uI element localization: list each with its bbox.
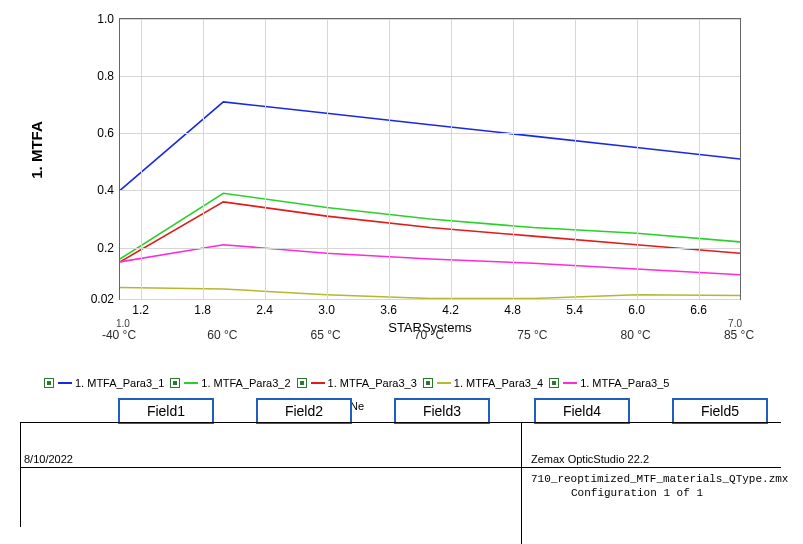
grid-line-v	[575, 19, 576, 299]
legend-marker-icon	[423, 378, 433, 388]
series-line-1	[120, 102, 740, 191]
legend-label: 1. MTFA_Para3_3	[328, 377, 417, 389]
footer-date: 8/10/2022	[24, 453, 73, 465]
grid-line-v	[451, 19, 452, 299]
y-tick-label: 0.2	[70, 241, 114, 255]
temperature-axis-row: -40 °C60 °C65 °C70 °C75 °C80 °C85 °C	[119, 328, 739, 346]
legend-line-icon	[437, 382, 451, 384]
x-tick-label: 3.6	[380, 303, 397, 317]
page: { "chart_data": { "type": "line", "title…	[0, 0, 803, 544]
field-box-5: Field5	[672, 398, 768, 424]
grid-line-h	[120, 133, 740, 134]
ne-label: Ne	[350, 400, 364, 412]
temperature-label: 75 °C	[517, 328, 547, 342]
legend-line-icon	[311, 382, 325, 384]
field-box-1: Field1	[118, 398, 214, 424]
y-tick-label: 0.4	[70, 183, 114, 197]
field-box-4: Field4	[534, 398, 630, 424]
y-axis-label: 1. MTFA	[28, 121, 45, 179]
temperature-label: 70 °C	[414, 328, 444, 342]
plot-area: 0.020.20.40.60.81.01.21.82.43.03.64.24.8…	[119, 18, 741, 300]
x-tick-label: 6.6	[690, 303, 707, 317]
legend-marker-icon	[170, 378, 180, 388]
grid-line-v	[203, 19, 204, 299]
grid-line-v	[389, 19, 390, 299]
footer-config: Configuration 1 of 1	[571, 487, 703, 499]
grid-line-v	[699, 19, 700, 299]
legend-item: 1. MTFA_Para3_4	[423, 376, 543, 389]
x-tick-label: 3.0	[318, 303, 335, 317]
footer-frame: 8/10/2022 Zemax OpticStudio 22.2 710_reo…	[20, 422, 781, 527]
legend-marker-icon	[44, 378, 54, 388]
field-box-2: Field2	[256, 398, 352, 424]
temperature-label: 80 °C	[621, 328, 651, 342]
grid-line-v	[513, 19, 514, 299]
y-tick-label: 1.0	[70, 12, 114, 26]
chart-legend: 1. MTFA_Para3_11. MTFA_Para3_21. MTFA_Pa…	[44, 376, 764, 394]
legend-marker-icon	[549, 378, 559, 388]
legend-label: 1. MTFA_Para3_2	[201, 377, 290, 389]
legend-label: 1. MTFA_Para3_4	[454, 377, 543, 389]
temperature-label: 65 °C	[311, 328, 341, 342]
temperature-label: 85 °C	[724, 328, 754, 342]
x-tick-label: 1.8	[194, 303, 211, 317]
footer-filename: 710_reoptimized_MTF_materials_QType.zmx	[531, 473, 788, 485]
series-line-4	[120, 288, 740, 299]
x-tick-label: 6.0	[628, 303, 645, 317]
legend-item: 1. MTFA_Para3_2	[170, 376, 290, 389]
series-line-3	[120, 202, 740, 262]
legend-item: 1. MTFA_Para3_3	[297, 376, 417, 389]
legend-line-icon	[58, 382, 72, 384]
grid-line-v	[141, 19, 142, 299]
footer-studio: Zemax OpticStudio 22.2	[531, 453, 649, 465]
legend-marker-icon	[297, 378, 307, 388]
field-box-3: Field3	[394, 398, 490, 424]
legend-item: 1. MTFA_Para3_1	[44, 376, 164, 389]
grid-line-h	[120, 76, 740, 77]
legend-label: 1. MTFA_Para3_5	[580, 377, 669, 389]
series-line-5	[120, 245, 740, 275]
grid-line-h	[120, 19, 740, 20]
grid-line-v	[327, 19, 328, 299]
x-tick-label: 2.4	[256, 303, 273, 317]
x-tick-label: 4.8	[504, 303, 521, 317]
x-tick-label: 5.4	[566, 303, 583, 317]
footer-divider-v	[521, 423, 522, 544]
legend-item: 1. MTFA_Para3_5	[549, 376, 669, 389]
temperature-label: -40 °C	[102, 328, 136, 342]
series-line-2	[120, 193, 740, 259]
grid-line-v	[637, 19, 638, 299]
footer-divider-h	[21, 467, 781, 468]
legend-label: 1. MTFA_Para3_1	[75, 377, 164, 389]
grid-line-h	[120, 190, 740, 191]
chart-lines	[120, 19, 740, 299]
legend-line-icon	[184, 382, 198, 384]
y-tick-label: 0.6	[70, 126, 114, 140]
grid-line-h	[120, 299, 740, 300]
x-tick-label: 1.2	[132, 303, 149, 317]
chart-frame: 1. MTFA 0.020.20.40.60.81.01.21.82.43.03…	[64, 10, 764, 350]
legend-line-icon	[563, 382, 577, 384]
temperature-label: 60 °C	[207, 328, 237, 342]
grid-line-h	[120, 248, 740, 249]
y-tick-label: 0.02	[70, 292, 114, 306]
x-tick-label: 4.2	[442, 303, 459, 317]
grid-line-v	[265, 19, 266, 299]
y-tick-label: 0.8	[70, 69, 114, 83]
